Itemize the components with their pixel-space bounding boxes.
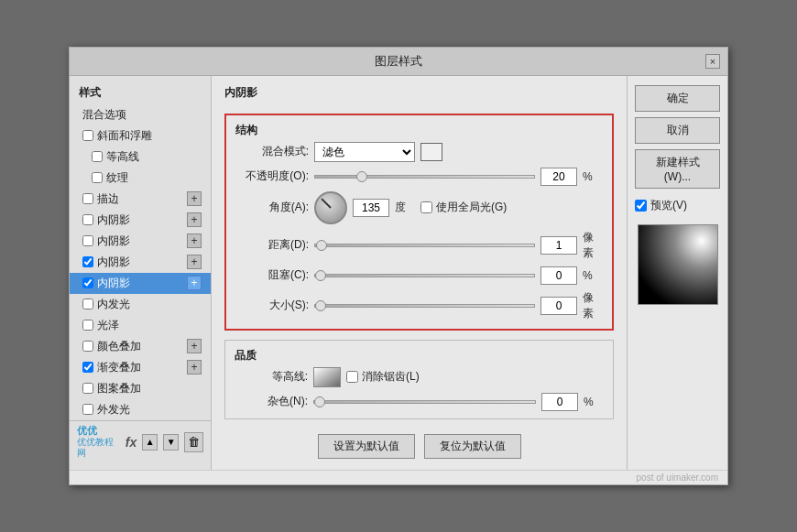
arrow-up-button[interactable]: ▲ — [142, 434, 158, 451]
arrow-down-button[interactable]: ▼ — [163, 434, 179, 451]
noise-slider[interactable] — [313, 400, 536, 404]
gradient-overlay-plus-button[interactable]: + — [187, 360, 202, 375]
inner-shadow-2-checkbox[interactable] — [82, 235, 93, 246]
noise-input[interactable]: 0 — [541, 393, 578, 411]
inner-shadow-3-label: 内阴影 — [97, 255, 187, 270]
inner-glow-checkbox[interactable] — [82, 299, 93, 309]
color-overlay-plus-button[interactable]: + — [187, 339, 202, 353]
sidebar-item-gradient-overlay[interactable]: 渐变叠加 + — [70, 357, 211, 378]
styles-title: 样式 — [70, 83, 211, 104]
noise-slider-container — [313, 400, 536, 404]
preview-label: 预览(V) — [650, 198, 687, 213]
sidebar-item-stroke[interactable]: 描边 + — [70, 189, 211, 210]
close-button[interactable]: × — [705, 54, 720, 69]
texture-checkbox[interactable] — [92, 172, 103, 183]
sidebar-item-inner-glow[interactable]: 内发光 — [70, 294, 211, 315]
anti-alias-text: 消除锯齿(L) — [362, 369, 420, 385]
sidebar-item-inner-shadow-1[interactable]: 内阴影 + — [70, 210, 211, 231]
color-overlay-checkbox[interactable] — [82, 341, 93, 352]
sidebar-item-texture[interactable]: 纹理 — [70, 168, 211, 189]
sidebar-item-contour[interactable]: 等高线 — [70, 147, 211, 168]
contour-checkbox-area: 等高线 — [92, 149, 202, 165]
sidebar-item-inner-shadow-3[interactable]: 内阴影 + — [70, 252, 211, 273]
noise-unit: % — [584, 396, 604, 408]
stroke-checkbox-area: 描边 — [82, 191, 187, 207]
sidebar-item-inner-shadow-4[interactable]: 内阴影 + — [70, 273, 211, 294]
ok-button[interactable]: 确定 — [635, 85, 720, 112]
opacity-slider[interactable] — [314, 175, 535, 179]
opacity-slider-container — [314, 175, 535, 179]
anti-alias-checkbox[interactable] — [346, 371, 358, 383]
sidebar-item-pattern-overlay[interactable]: 图案叠加 — [70, 378, 211, 399]
preview-checkbox-area: 预览(V) — [635, 198, 720, 213]
pattern-overlay-checkbox[interactable] — [82, 383, 93, 394]
size-input[interactable]: 0 — [540, 297, 577, 315]
stroke-checkbox[interactable] — [82, 193, 93, 204]
size-label: 大小(S): — [235, 298, 309, 313]
satin-checkbox[interactable] — [82, 320, 93, 331]
angle-input[interactable]: 135 — [353, 199, 389, 217]
texture-label: 纹理 — [106, 170, 202, 186]
inner-glow-label: 内发光 — [97, 297, 202, 312]
choke-label: 阻塞(C): — [235, 267, 309, 283]
distance-row: 距离(D): 1 像素 — [235, 230, 603, 261]
distance-slider[interactable] — [314, 244, 535, 247]
angle-label: 角度(A): — [235, 200, 309, 215]
inner-shadow-3-checkbox[interactable] — [82, 256, 93, 267]
inner-shadow-1-plus-button[interactable]: + — [187, 212, 202, 227]
opacity-input[interactable]: 20 — [540, 168, 577, 186]
blend-options-label: 混合选项 — [82, 107, 202, 123]
new-style-button[interactable]: 新建样式(W)... — [635, 149, 720, 189]
quality-section: 品质 等高线: 消除锯齿(L) — [224, 340, 614, 419]
distance-input[interactable]: 1 — [540, 236, 577, 255]
inner-shadow-4-plus-button[interactable]: + — [187, 276, 202, 290]
bevel-checkbox-area: 斜面和浮雕 — [82, 128, 202, 144]
blend-mode-row: 混合模式: 滤色 — [235, 142, 603, 162]
inner-shadow-1-checkbox[interactable] — [82, 214, 93, 225]
cancel-button[interactable]: 取消 — [635, 117, 720, 144]
set-default-button[interactable]: 设置为默认值 — [318, 434, 415, 459]
sidebar-item-color-overlay[interactable]: 颜色叠加 + — [70, 336, 211, 357]
outer-glow-checkbox[interactable] — [82, 404, 93, 415]
gradient-overlay-label: 渐变叠加 — [97, 360, 187, 375]
bevel-checkbox[interactable] — [82, 130, 93, 141]
angle-dial[interactable] — [314, 191, 347, 224]
angle-row: 角度(A): 135 度 使用全局光(G) — [235, 191, 603, 224]
inner-shadow-section-title: 内阴影 — [224, 85, 614, 101]
delete-button[interactable]: 🗑 — [184, 432, 203, 452]
blend-mode-select[interactable]: 滤色 — [314, 142, 415, 162]
reset-default-button[interactable]: 复位为默认值 — [424, 434, 521, 459]
blend-mode-label: 混合模式: — [235, 144, 309, 159]
distance-label: 距离(D): — [235, 237, 309, 253]
opacity-label: 不透明度(O): — [235, 168, 309, 184]
gradient-overlay-checkbox[interactable] — [82, 362, 93, 373]
inner-shadow-3-plus-button[interactable]: + — [187, 255, 202, 269]
noise-row: 杂色(N): 0 % — [235, 393, 604, 411]
sidebar-item-inner-shadow-2[interactable]: 内阴影 + — [70, 231, 211, 252]
sidebar-item-satin[interactable]: 光泽 — [70, 315, 211, 336]
sidebar-item-bevel-emboss[interactable]: 斜面和浮雕 — [70, 125, 211, 147]
anti-alias-label: 消除锯齿(L) — [346, 369, 420, 385]
choke-slider[interactable] — [314, 274, 535, 277]
blend-color-swatch[interactable] — [420, 143, 442, 161]
size-row: 大小(S): 0 像素 — [235, 290, 603, 321]
quality-title: 品质 — [235, 348, 604, 364]
contour-swatch[interactable] — [313, 367, 341, 387]
size-slider[interactable] — [314, 304, 535, 308]
contour-checkbox[interactable] — [92, 151, 103, 162]
satin-label: 光泽 — [97, 318, 202, 333]
inner-shadow-4-checkbox[interactable] — [82, 277, 93, 288]
sidebar-item-blend-options[interactable]: 混合选项 — [70, 104, 211, 125]
distance-unit: 像素 — [583, 230, 603, 261]
preview-checkbox[interactable] — [635, 200, 647, 212]
pattern-overlay-label: 图案叠加 — [97, 381, 202, 396]
inner-shadow-1-checkbox-area: 内阴影 — [82, 212, 187, 228]
inner-shadow-2-plus-button[interactable]: + — [187, 233, 202, 248]
satin-checkbox-area: 光泽 — [82, 318, 202, 333]
noise-label: 杂色(N): — [235, 394, 308, 409]
sidebar-item-outer-glow[interactable]: 外发光 — [70, 399, 211, 420]
choke-input[interactable]: 0 — [540, 266, 577, 285]
stroke-plus-button[interactable]: + — [187, 191, 202, 206]
bevel-label: 斜面和浮雕 — [97, 128, 202, 144]
global-light-checkbox[interactable] — [420, 201, 432, 213]
